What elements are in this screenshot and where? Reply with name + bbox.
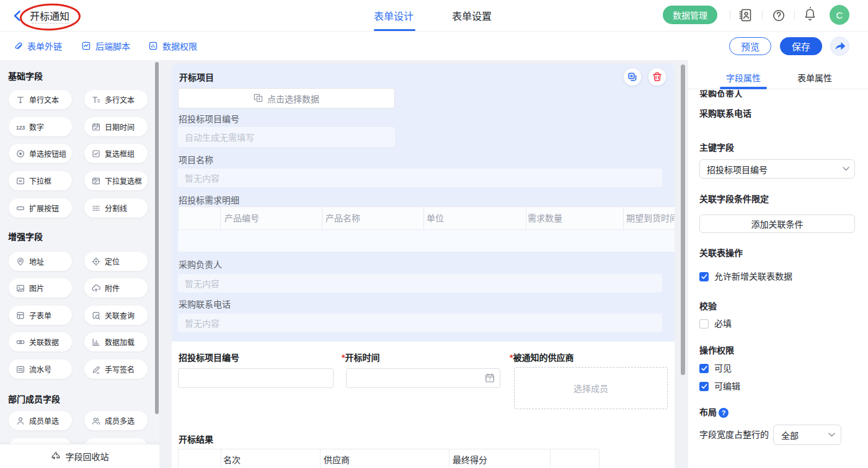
svg-text:7: 7 [489,377,491,381]
svg-text:123: 123 [16,124,25,130]
